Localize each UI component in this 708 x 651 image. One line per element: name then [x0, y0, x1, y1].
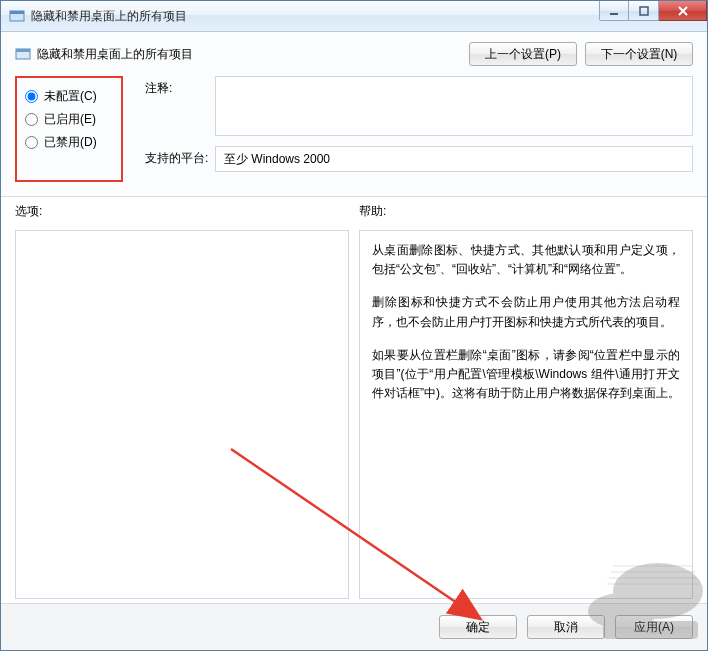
minimize-button[interactable]	[599, 1, 629, 21]
titlebar: 隐藏和禁用桌面上的所有项目	[1, 1, 707, 32]
policy-title: 隐藏和禁用桌面上的所有项目	[37, 46, 469, 63]
window-title: 隐藏和禁用桌面上的所有项目	[31, 8, 187, 25]
svg-rect-5	[16, 49, 30, 52]
apply-button[interactable]: 应用(A)	[615, 615, 693, 639]
header-row: 隐藏和禁用桌面上的所有项目 上一个设置(P) 下一个设置(N)	[15, 42, 693, 66]
prev-setting-label: 上一个设置(P)	[485, 46, 561, 63]
notes-label: 注释:	[145, 76, 215, 97]
radio-disabled-input[interactable]	[25, 136, 38, 149]
next-setting-button[interactable]: 下一个设置(N)	[585, 42, 693, 66]
help-para: 如果要从位置栏删除“桌面”图标，请参阅“位置栏中显示的项目”(位于“用户配置\管…	[372, 346, 680, 404]
policy-editor-window: 隐藏和禁用桌面上的所有项目 隐藏和禁用桌面上的所有项目	[0, 0, 708, 651]
ok-button[interactable]: 确定	[439, 615, 517, 639]
right-fields: 注释: 支持的平台: 至少 Windows 2000	[145, 76, 693, 182]
radio-not-configured[interactable]: 未配置(C)	[25, 88, 115, 105]
radio-disabled[interactable]: 已禁用(D)	[25, 134, 115, 151]
platform-row: 支持的平台: 至少 Windows 2000	[145, 146, 693, 172]
options-panel	[15, 230, 349, 599]
panels-row: 从桌面删除图标、快捷方式、其他默认项和用户定义项，包括“公文包”、“回收站”、“…	[15, 230, 693, 599]
radio-not-configured-input[interactable]	[25, 90, 38, 103]
cancel-button[interactable]: 取消	[527, 615, 605, 639]
window-controls	[599, 1, 707, 21]
platform-value-box: 至少 Windows 2000	[215, 146, 693, 172]
platform-value: 至少 Windows 2000	[224, 151, 330, 168]
close-button[interactable]	[659, 1, 707, 21]
app-icon	[9, 8, 25, 24]
maximize-button[interactable]	[629, 1, 659, 21]
nav-buttons: 上一个设置(P) 下一个设置(N)	[469, 42, 693, 66]
svg-rect-1	[10, 11, 24, 14]
radio-enabled[interactable]: 已启用(E)	[25, 111, 115, 128]
policy-icon	[15, 46, 31, 62]
help-panel[interactable]: 从桌面删除图标、快捷方式、其他默认项和用户定义项，包括“公文包”、“回收站”、“…	[359, 230, 693, 599]
options-label: 选项:	[15, 203, 349, 220]
radio-enabled-input[interactable]	[25, 113, 38, 126]
help-para: 从桌面删除图标、快捷方式、其他默认项和用户定义项，包括“公文包”、“回收站”、“…	[372, 241, 680, 279]
help-label: 帮助:	[359, 203, 693, 220]
notes-row: 注释:	[145, 76, 693, 136]
help-para: 删除图标和快捷方式不会防止用户使用其他方法启动程序，也不会防止用户打开图标和快捷…	[372, 293, 680, 331]
notes-input[interactable]	[215, 76, 693, 136]
config-body: 未配置(C) 已启用(E) 已禁用(D) 注释: 支持的平台:	[15, 76, 693, 182]
svg-rect-2	[610, 13, 618, 15]
radio-disabled-label: 已禁用(D)	[44, 134, 97, 151]
mid-section: 选项: 帮助: 从桌面删除图标、快捷方式、其他默认项和用户定义项，包括“公文包”…	[1, 197, 707, 603]
platform-label: 支持的平台:	[145, 146, 215, 167]
prev-setting-button[interactable]: 上一个设置(P)	[469, 42, 577, 66]
mid-labels: 选项: 帮助:	[15, 203, 693, 220]
top-panel: 隐藏和禁用桌面上的所有项目 上一个设置(P) 下一个设置(N) 未配置(C) 已…	[1, 32, 707, 197]
svg-rect-3	[640, 7, 648, 15]
state-radio-group: 未配置(C) 已启用(E) 已禁用(D)	[15, 76, 123, 182]
radio-not-configured-label: 未配置(C)	[44, 88, 97, 105]
radio-enabled-label: 已启用(E)	[44, 111, 96, 128]
next-setting-label: 下一个设置(N)	[601, 46, 678, 63]
footer: 确定 取消 应用(A)	[1, 603, 707, 650]
